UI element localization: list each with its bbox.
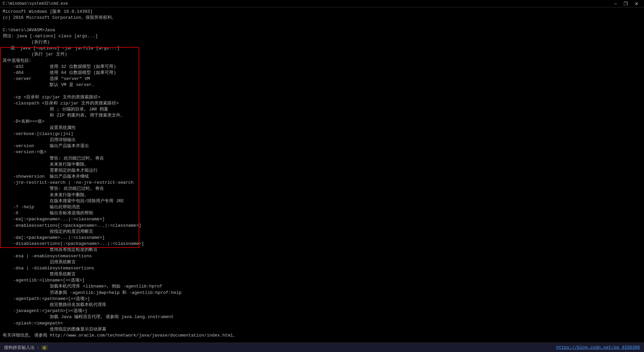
terminal-line: 设置系统属性 [3, 125, 641, 131]
terminal-line: 禁用具有指定粒度的断言 [3, 247, 641, 253]
terminal-line: 按完整路径名加载本机代理库 [3, 302, 641, 308]
terminal-line [3, 21, 641, 27]
terminal-line: 禁用系统断言 [3, 271, 641, 277]
terminal-line: -splash:<imagepath> [3, 320, 641, 326]
status-left: 搜狗拼音输入法 ： 全 [4, 345, 49, 351]
terminal-line: -showversion 输出产品版本并继续 [3, 174, 641, 180]
terminal-line: C:\Users\JAVASM>Java [3, 27, 641, 33]
terminal-line: -javaagent:<jarpath>[=<选项>] [3, 308, 641, 314]
terminal-line: 警告: 此功能已过时, 将在 [3, 156, 641, 162]
terminal-line: 警告: 此功能已过时, 将在 [3, 186, 641, 192]
terminal-line: -d32 使用 32 位数据模型 (如果可用) [3, 64, 641, 70]
window-controls: − ❐ ✕ [611, 0, 641, 7]
close-button[interactable]: ✕ [632, 0, 641, 7]
ime-mode: 全 [41, 345, 48, 350]
window-title: C:\Windows\system32\cmd.exe [3, 1, 68, 6]
terminal-line: (执行类) [3, 39, 641, 45]
terminal-line: 用法: java [-options] class [args...] [3, 33, 641, 39]
terminal-line: 默认 VM 是 server. [3, 82, 641, 88]
terminal-line: -agentpath:<pathname>[=<选项>] [3, 296, 641, 302]
terminal-line: -dsa | -disablesystemassertions [3, 265, 641, 271]
terminal-line: 有关详细信息, 请参阅 http://www.oracle.com/techne… [3, 333, 641, 339]
terminal-line: 另请参阅 -agentlib:jdwp=help 和 -agentlib:hpr… [3, 290, 641, 296]
terminal-line: -version:<值> [3, 149, 641, 155]
terminal-line: 或 java [-options] -jar jarfile [args...] [3, 45, 641, 51]
terminal-line: 启用系统断言 [3, 259, 641, 265]
terminal-line: 使用指定的图像显示启动屏幕 [3, 326, 641, 333]
terminal-line: 用 ; 分隔的目录, JAR 档案 [3, 106, 641, 113]
terminal-line: -version 输出产品版本并退出 [3, 143, 641, 149]
ime-label: 搜狗拼音输入法 [4, 345, 35, 350]
terminal-line: Microsoft Windows [版本 10.0.14393] [3, 9, 641, 15]
status-bar: 搜狗拼音输入法 ： 全 https://blog.csdn.net/qq_433… [0, 343, 644, 352]
status-right[interactable]: https://blog.csdn.net/qq_4336306 [556, 345, 640, 350]
terminal-line: 未来发行版中删除。 [3, 192, 641, 198]
terminal-line: -jre-restrict-search | -no-jre-restrict-… [3, 180, 641, 186]
terminal-line: -cp <目录和 zip/jar 文件的类搜索路径> [3, 94, 641, 100]
terminal-line: 其中选项包括: [3, 58, 641, 64]
blog-link[interactable]: https://blog.csdn.net/qq_4336306 [556, 345, 640, 350]
window-container: C:\Windows\system32\cmd.exe − ❐ ✕ Micros… [0, 0, 644, 352]
terminal-body[interactable]: Microsoft Windows [版本 10.0.14393](c) 201… [0, 7, 644, 352]
terminal-line: -disableassertions[:<packagename>...|:<c… [3, 241, 641, 247]
terminal-line: -? -help 输出此帮助消息 [3, 204, 641, 210]
terminal-line: 未来发行版中删除。 [3, 162, 641, 168]
ime-separator: ： [36, 345, 40, 350]
terminal-line: -server 选择 "server" VM [3, 76, 641, 82]
terminal-line: -da[:<packagename>...|:<classname>] [3, 235, 641, 241]
terminal-line: -ea[:<packagename>...|:<classname>] [3, 216, 641, 222]
terminal-line: (执行 jar 文件) [3, 51, 641, 57]
terminal-line: 按指定的粒度启用断言 [3, 229, 641, 235]
terminal-line: -verbose:[class|gc|jni] [3, 131, 641, 137]
terminal-line: -D<名称>=<值> [3, 119, 641, 125]
terminal-line: 和 ZIP 档案列表, 用于搜索类文件。 [3, 113, 641, 119]
terminal-line: 加载本机代理库 <libname>, 例如 -agentlib:hprof [3, 283, 641, 290]
terminal-line: 需要指定的版本才能运行 [3, 168, 641, 174]
restore-button[interactable]: ❐ [621, 0, 631, 7]
terminal-line: 启用详细输出 [3, 137, 641, 143]
terminal-line: -agentlib:<libname>[=<选项>] [3, 277, 641, 283]
minimize-button[interactable]: − [611, 0, 620, 7]
terminal-line: -enableassertions[:<packagename>...|:<cl… [3, 223, 641, 229]
terminal-line: -d64 使用 64 位数据模型 (如果可用) [3, 70, 641, 76]
terminal-line: -classpath <目录和 zip/jar 文件的类搜索路径> [3, 100, 641, 106]
terminal-line: (c) 2016 Microsoft Corporation。保留所有权利。 [3, 15, 641, 21]
terminal-line: -esa | -enablesystemassertions [3, 253, 641, 259]
terminal-line [3, 88, 641, 94]
terminal-line: -X 输出非标准选项的帮助 [3, 210, 641, 216]
title-bar: C:\Windows\system32\cmd.exe − ❐ ✕ [0, 0, 644, 7]
terminal-line: 加载 Java 编程语言代理, 请参阅 java.lang.instrument [3, 314, 641, 320]
terminal-line: 在版本搜索中包括/排除用户专用 JRE [3, 198, 641, 204]
